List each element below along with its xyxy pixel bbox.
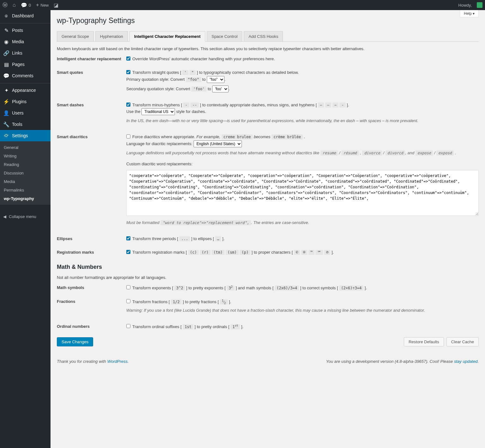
clear-cache-button[interactable]: Clear Cache (446, 337, 479, 346)
submenu-general[interactable]: General (0, 143, 51, 152)
analytics-icon[interactable]: ◪ (54, 2, 58, 8)
math-intro: Not all number formattings are appropria… (57, 275, 479, 280)
menu-media[interactable]: ◉Media (0, 36, 51, 47)
admin-sidebar: ⍟Dashboard✎Posts◉Media🔗Links▤Pages💬Comme… (0, 10, 51, 448)
posts-icon: ✎ (3, 27, 9, 33)
select-secondary-quote[interactable]: 'foo' (212, 85, 229, 92)
settings-icon: ⛮ (3, 133, 9, 139)
menu-settings[interactable]: ⛮Settings (0, 130, 51, 141)
tools-icon: 🔧 (3, 121, 9, 127)
checkbox-math[interactable]: Transform exponents [ 3^2 ] to pretty ex… (126, 285, 479, 292)
checkbox-smart-dashes[interactable]: Transform minus-hyphens [ - -- ] to cont… (126, 102, 479, 109)
select-primary-quote[interactable]: "foo" (207, 76, 225, 83)
collapse-icon: ◀ (3, 214, 6, 219)
format-note: Must be formatted "word to replace"=>"re… (126, 220, 479, 226)
label-math: Math symbols (57, 285, 126, 292)
checkbox-force-diacritics[interactable]: Force diacritics where appropriate. For … (126, 134, 479, 140)
footer: Thank you for creating with WordPress. Y… (57, 359, 479, 364)
submenu-discussion[interactable]: Discussion (0, 169, 51, 177)
diacritic-note: Language definitions will purposefully n… (126, 150, 479, 156)
dash-note: In the US, the em dash—with no or very l… (126, 118, 479, 124)
menu-pages[interactable]: ▤Pages (0, 59, 51, 70)
label-marks: Registration marks (57, 249, 126, 256)
menu-plugins[interactable]: ⚡Plugins (0, 96, 51, 107)
tab-intelligent-character-replacement[interactable]: Intelligent Character Replacement (129, 31, 205, 42)
menu-comments[interactable]: 💬Comments (0, 70, 51, 81)
label-fractions: Fractions (57, 298, 126, 317)
submenu-media[interactable]: Media (0, 177, 51, 186)
menu-users[interactable]: 👤Users (0, 107, 51, 119)
comments-link[interactable]: 💬0 (21, 2, 31, 8)
tab-hyphenation[interactable]: Hyphenation (95, 31, 128, 42)
label-ordinal: Ordinal numbers (57, 323, 126, 330)
tab-general-scope[interactable]: General Scope (57, 31, 94, 42)
plugins-icon: ⚡ (3, 98, 9, 105)
submenu-reading[interactable]: Reading (0, 160, 51, 169)
users-icon: 👤 (3, 110, 9, 116)
links-icon: 🔗 (3, 50, 9, 56)
tab-space-control[interactable]: Space Control (207, 31, 242, 42)
wordpress-link[interactable]: WordPress (107, 359, 128, 364)
fraction-warn: Warning: If you use a font (like Lucida … (126, 307, 479, 314)
stay-updated-link[interactable]: stay updated (454, 359, 477, 364)
dashboard-icon: ⍟ (3, 13, 9, 19)
collapse-menu-button[interactable]: ◀Collapse menu (0, 211, 51, 222)
select-diacritic-lang[interactable]: English (United States) (194, 140, 242, 147)
label-dashes: Smart dashes (57, 102, 126, 127)
checkbox-fractions[interactable]: Transform fractions [ 1/2 ] to pretty fr… (126, 298, 479, 306)
checkbox-smart-quotes[interactable]: Transform straight quotes [ ' " ] to typ… (126, 69, 479, 76)
textarea-custom-diacritics[interactable] (126, 170, 479, 216)
submenu-permalinks[interactable]: Permalinks (0, 186, 51, 194)
custom-diacritic-label: Custom diacritic word replacements: (126, 161, 479, 168)
tab-add-css-hooks[interactable]: Add CSS Hooks (244, 31, 283, 42)
checkbox-override[interactable]: Override WordPress' automatic character … (126, 56, 479, 62)
media-icon: ◉ (3, 38, 9, 45)
wp-logo-icon[interactable]: ⓦ (3, 2, 8, 9)
label-icr: Intelligent character replacement (57, 56, 126, 62)
pages-icon: ▤ (3, 61, 9, 68)
comments-icon: 💬 (3, 73, 9, 79)
appearance-icon: ✦ (3, 87, 9, 93)
menu-links[interactable]: 🔗Links (0, 47, 51, 59)
select-dash-style[interactable]: Traditional US (141, 108, 175, 115)
checkbox-ellipses[interactable]: Transform three periods [ ... ] to ellip… (126, 236, 479, 242)
admin-topbar: ⓦ ⌂ 💬0 +New ◪ Howdy, (0, 0, 485, 10)
settings-tabs: General ScopeHyphenationIntelligent Char… (57, 31, 479, 42)
home-icon[interactable]: ⌂ (13, 2, 16, 8)
restore-button[interactable]: Restore Defaults (404, 337, 444, 346)
label-ellipses: Ellipses (57, 236, 126, 242)
math-heading: Math & Numbers (57, 264, 479, 270)
howdy-link[interactable]: Howdy, (458, 3, 472, 8)
checkbox-ordinal[interactable]: Transform ordinal suffixes [ 1st ] to pr… (126, 323, 479, 330)
menu-appearance[interactable]: ✦Appearance (0, 85, 51, 96)
menu-dashboard[interactable]: ⍟Dashboard (0, 10, 51, 21)
save-button[interactable]: Save Changes (57, 337, 93, 346)
label-diacritics: Smart diacritics (57, 134, 126, 229)
help-tab[interactable]: Help ▾ (460, 10, 479, 17)
submenu-writing[interactable]: Writing (0, 152, 51, 160)
menu-posts[interactable]: ✎Posts (0, 25, 51, 36)
submenu-wp-typography[interactable]: wp-Typography (0, 194, 51, 203)
menu-tools[interactable]: 🔧Tools (0, 119, 51, 130)
new-link[interactable]: +New (36, 2, 49, 8)
page-title: wp-Typography Settings (57, 16, 479, 25)
avatar[interactable] (477, 2, 482, 8)
checkbox-marks[interactable]: Transform registration marks [ (c) (r) (… (126, 249, 479, 256)
content-area: Help ▾ wp-Typography Settings General Sc… (51, 10, 485, 448)
intro-text: Modern keyboards are still based on the … (57, 46, 479, 51)
label-quotes: Smart quotes (57, 69, 126, 95)
